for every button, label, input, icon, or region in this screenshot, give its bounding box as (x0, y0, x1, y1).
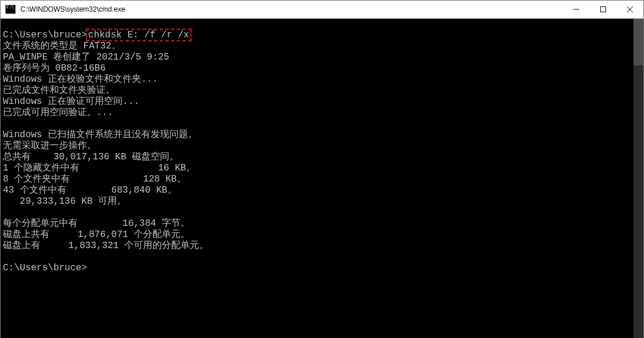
cmd-icon (5, 5, 16, 14)
titlebar[interactable]: C:\WINDOWS\system32\cmd.exe (1, 1, 643, 19)
terminal-line: Windows 正在校验文件和文件夹... (3, 74, 633, 85)
terminal-line: 8 个文件夹中有 128 KB。 (3, 174, 633, 185)
close-button[interactable] (617, 1, 643, 18)
terminal-line: 1 个隐藏文件中有 16 KB。 (3, 163, 633, 174)
svg-rect-0 (601, 7, 606, 12)
terminal-line: 43 个文件中有 683,840 KB。 (3, 185, 633, 196)
terminal-line: 无需采取进一步操作。 (3, 141, 633, 152)
terminal-line (3, 119, 633, 130)
cmd-window: C:\WINDOWS\system32\cmd.exe C:\Users\bru… (0, 0, 644, 338)
terminal-prompt-line: C:\Users\bruce> (3, 263, 633, 274)
vertical-scrollbar[interactable] (633, 19, 643, 338)
terminal-line: Windows 已扫描文件系统并且没有发现问题。 (3, 130, 633, 141)
titlebar-left: C:\WINDOWS\system32\cmd.exe (1, 5, 125, 14)
terminal-line: 磁盘上共有 1,876,071 个分配单元。 (3, 229, 633, 241)
terminal-line: 已完成可用空间验证。... (3, 107, 633, 119)
terminal-output[interactable]: C:\Users\bruce>chkdsk E: /f /r /x文件系统的类型… (1, 19, 633, 338)
minimize-button[interactable] (563, 1, 590, 18)
terminal-line: PA_WINPE 卷创建了 2021/3/5 9:25 (3, 52, 633, 63)
terminal-prompt-line: C:\Users\bruce>chkdsk E: /f /r /x (3, 30, 633, 41)
terminal-line (3, 252, 633, 263)
window-title: C:\WINDOWS\system32\cmd.exe (20, 5, 125, 13)
terminal-line: Windows 正在验证可用空间... (3, 96, 633, 107)
terminal-line: 卷序列号为 0B82-16B6 (3, 63, 633, 74)
terminal-line: 每个分配单元中有 16,384 字节。 (3, 218, 633, 229)
terminal-area: C:\Users\bruce>chkdsk E: /f /r /x文件系统的类型… (1, 19, 643, 338)
terminal-line: 29,333,136 KB 可用。 (3, 196, 633, 207)
scroll-thumb[interactable] (633, 19, 643, 65)
terminal-line: 已完成文件和文件夹验证。 (3, 85, 633, 96)
highlighted-command: chkdsk E: /f /r /x (86, 29, 192, 41)
terminal-line (3, 207, 633, 218)
terminal-line: 磁盘上有 1,833,321 个可用的分配单元。 (3, 241, 633, 252)
prompt-text: C:\Users\bruce> (3, 30, 87, 40)
terminal-line: 总共有 30,017,136 KB 磁盘空间。 (3, 152, 633, 163)
maximize-button[interactable] (590, 1, 617, 18)
window-controls (563, 1, 643, 18)
terminal-line: 文件系统的类型是 FAT32。 (3, 41, 633, 52)
